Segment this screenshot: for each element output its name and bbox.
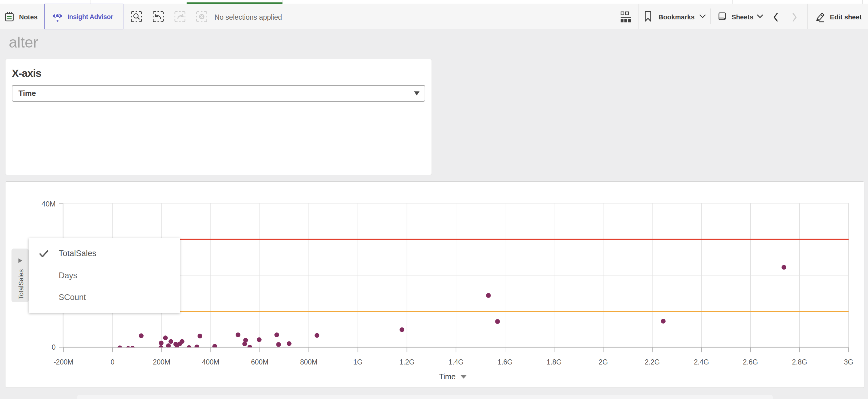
svg-text:2.8G: 2.8G: [792, 358, 807, 366]
svg-text:1G: 1G: [353, 358, 363, 366]
svg-text:3G: 3G: [844, 358, 853, 366]
svg-text:Time: Time: [439, 372, 456, 381]
svg-text:1.2G: 1.2G: [400, 358, 415, 366]
svg-text:2.4G: 2.4G: [694, 358, 709, 366]
svg-text:600M: 600M: [251, 358, 269, 366]
svg-text:800M: 800M: [300, 358, 317, 366]
svg-text:2G: 2G: [598, 358, 608, 366]
svg-text:2.6G: 2.6G: [743, 358, 758, 366]
svg-text:2.2G: 2.2G: [645, 358, 660, 366]
svg-text:1.6G: 1.6G: [497, 358, 513, 366]
svg-text:0: 0: [52, 343, 56, 351]
svg-text:1.4G: 1.4G: [448, 358, 464, 366]
svg-text:1.8G: 1.8G: [547, 358, 562, 366]
svg-text:400M: 400M: [202, 358, 220, 366]
svg-text:0: 0: [111, 358, 115, 366]
svg-text:40M: 40M: [41, 200, 56, 208]
svg-text:-200M: -200M: [54, 358, 73, 366]
svg-text:200M: 200M: [153, 358, 170, 366]
